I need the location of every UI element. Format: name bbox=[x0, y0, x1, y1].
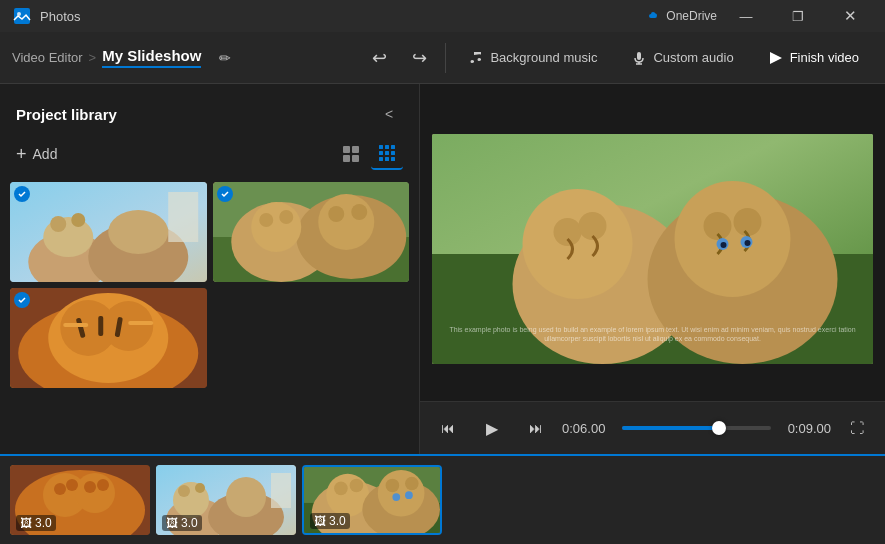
panel-toolbar: + Add bbox=[0, 138, 419, 182]
undo-button[interactable]: ↩ bbox=[361, 40, 397, 76]
fullscreen-button[interactable]: ⛶ bbox=[841, 412, 873, 444]
svg-point-73 bbox=[178, 485, 190, 497]
svg-rect-44 bbox=[63, 323, 88, 327]
svg-point-64 bbox=[54, 483, 66, 495]
svg-point-86 bbox=[392, 493, 400, 501]
svg-rect-7 bbox=[343, 155, 350, 162]
svg-point-80 bbox=[334, 482, 348, 496]
forward-button[interactable]: ⏭ bbox=[520, 412, 552, 444]
title-bar: Photos OneDrive — ❐ ✕ bbox=[0, 0, 885, 32]
svg-point-24 bbox=[71, 213, 85, 227]
close-button[interactable]: ✕ bbox=[827, 0, 873, 32]
timeline-badge-dogs: 🖼 3.0 bbox=[162, 515, 202, 531]
minimize-button[interactable]: — bbox=[723, 0, 769, 32]
onedrive-button[interactable]: OneDrive bbox=[645, 8, 717, 24]
selected-indicator-cubs bbox=[217, 186, 233, 202]
svg-rect-10 bbox=[385, 145, 389, 149]
svg-rect-2 bbox=[637, 52, 641, 60]
media-item-dogs[interactable] bbox=[10, 182, 207, 282]
svg-point-59 bbox=[745, 240, 751, 246]
progress-bar[interactable] bbox=[622, 426, 771, 430]
edit-title-button[interactable]: ✏ bbox=[207, 40, 243, 76]
grid-small-button[interactable] bbox=[371, 138, 403, 170]
restore-button[interactable]: ❐ bbox=[775, 0, 821, 32]
svg-point-83 bbox=[378, 470, 425, 517]
svg-rect-75 bbox=[271, 473, 291, 508]
svg-point-31 bbox=[259, 213, 273, 227]
svg-point-35 bbox=[351, 204, 367, 220]
panel-header: Project library < bbox=[0, 84, 419, 138]
timeline-item-dogs[interactable]: 🖼 3.0 bbox=[156, 465, 296, 535]
custom-audio-label: Custom audio bbox=[653, 50, 733, 65]
svg-point-23 bbox=[50, 216, 66, 232]
media-grid bbox=[0, 182, 419, 388]
background-music-button[interactable]: Background music bbox=[454, 40, 611, 76]
breadcrumb-separator: > bbox=[89, 50, 97, 65]
svg-rect-12 bbox=[379, 151, 383, 155]
grid-large-button[interactable] bbox=[335, 138, 367, 170]
svg-point-22 bbox=[108, 210, 168, 254]
svg-point-66 bbox=[84, 481, 96, 493]
app-title: Photos bbox=[40, 9, 80, 24]
selected-indicator-tiger bbox=[14, 292, 30, 308]
svg-point-32 bbox=[279, 210, 293, 224]
toolbar-divider bbox=[445, 43, 446, 73]
add-media-button[interactable]: + Add bbox=[16, 144, 57, 165]
svg-rect-9 bbox=[379, 145, 383, 149]
svg-point-53 bbox=[675, 181, 791, 297]
timeline-icon-tiger: 🖼 bbox=[20, 516, 32, 530]
video-editor-link[interactable]: Video Editor bbox=[12, 50, 83, 65]
video-overlay-text: This example photo is being used to buil… bbox=[432, 325, 873, 343]
media-item-cubs[interactable] bbox=[213, 182, 410, 282]
timeline-duration-dogs: 3.0 bbox=[181, 516, 198, 530]
rewind-button[interactable]: ⏮ bbox=[432, 412, 464, 444]
timeline-badge-tiger: 🖼 3.0 bbox=[16, 515, 56, 531]
finish-video-label: Finish video bbox=[790, 50, 859, 65]
media-thumbnail-cubs bbox=[213, 182, 410, 282]
media-thumbnail-tiger bbox=[10, 288, 207, 388]
timeline-item-tiger[interactable]: 🖼 3.0 bbox=[10, 465, 150, 535]
toolbar: Video Editor > My Slideshow ✏ ↩ ↪ Backgr… bbox=[0, 32, 885, 84]
media-item-tiger[interactable] bbox=[10, 288, 207, 388]
title-bar-left: Photos bbox=[12, 6, 80, 26]
preview-panel: This example photo is being used to buil… bbox=[420, 84, 885, 454]
svg-point-34 bbox=[328, 206, 344, 222]
selected-indicator-dogs bbox=[14, 186, 30, 202]
svg-point-65 bbox=[66, 479, 78, 491]
minimize-icon: — bbox=[740, 9, 753, 24]
photos-icon bbox=[12, 6, 32, 26]
svg-point-55 bbox=[734, 208, 762, 236]
svg-point-40 bbox=[103, 301, 153, 351]
svg-rect-16 bbox=[385, 157, 389, 161]
svg-point-85 bbox=[405, 477, 419, 491]
svg-rect-14 bbox=[391, 151, 395, 155]
slideshow-title[interactable]: My Slideshow bbox=[102, 47, 201, 68]
timeline-duration-cubs: 3.0 bbox=[329, 514, 346, 528]
svg-rect-45 bbox=[128, 321, 153, 325]
svg-point-84 bbox=[386, 479, 400, 493]
svg-point-51 bbox=[579, 212, 607, 240]
finish-video-button[interactable]: Finish video bbox=[754, 40, 873, 76]
timeline-duration-tiger: 3.0 bbox=[35, 516, 52, 530]
redo-button[interactable]: ↪ bbox=[401, 40, 437, 76]
svg-rect-5 bbox=[343, 146, 350, 153]
svg-rect-6 bbox=[352, 146, 359, 153]
svg-point-63 bbox=[75, 473, 115, 513]
timeline-item-cubs[interactable]: 🖼 3.0 bbox=[302, 465, 442, 535]
play-button[interactable]: ▶ bbox=[474, 410, 510, 446]
svg-point-50 bbox=[554, 218, 582, 246]
title-bar-right: OneDrive — ❐ ✕ bbox=[645, 0, 873, 32]
progress-thumb[interactable] bbox=[712, 421, 726, 435]
svg-rect-11 bbox=[391, 145, 395, 149]
media-thumbnail-dogs bbox=[10, 182, 207, 282]
toolbar-right: Background music Custom audio Finish vid… bbox=[454, 40, 873, 76]
restore-icon: ❐ bbox=[792, 9, 804, 24]
svg-point-30 bbox=[251, 202, 301, 252]
svg-point-74 bbox=[195, 483, 205, 493]
custom-audio-button[interactable]: Custom audio bbox=[617, 40, 747, 76]
timeline: 🖼 3.0 bbox=[0, 454, 885, 544]
video-controls: ⏮ ▶ ⏭ 0:06.00 0:09.00 ⛶ bbox=[420, 401, 885, 454]
onedrive-label: OneDrive bbox=[666, 9, 717, 23]
collapse-panel-button[interactable]: < bbox=[375, 100, 403, 128]
project-library-panel: Project library < + Add bbox=[0, 84, 420, 454]
